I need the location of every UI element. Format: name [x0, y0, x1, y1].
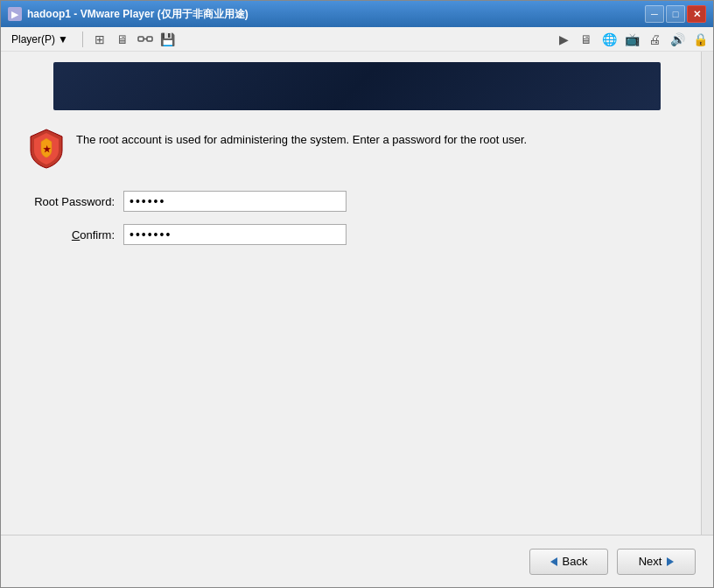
menu-bar: Player(P) ▼ ⊞ 🖥 💾 ▶ 🖥 🌐 📺 🖨 🔊 🔒	[1, 27, 713, 52]
toolbar-view-icon[interactable]: ⊞	[90, 30, 109, 49]
back-button[interactable]: Back	[529, 549, 608, 575]
toolbar-save-icon[interactable]: 💾	[158, 30, 178, 49]
confirm-label: Confirm:	[27, 228, 123, 242]
print-icon[interactable]: 🖨	[645, 30, 664, 49]
next-button-label: Next	[639, 555, 662, 568]
root-password-label-text: Root Password:	[34, 195, 115, 208]
player-menu-label: Player(P)	[11, 33, 55, 46]
close-button[interactable]: ✕	[687, 5, 706, 23]
button-bar: Back Next	[1, 535, 713, 587]
toolbar-monitor-icon[interactable]: 🖥	[113, 30, 132, 49]
confirm-label-text: Confirm:	[72, 228, 115, 242]
next-button[interactable]: Next	[617, 549, 696, 575]
confirm-password-row: Confirm:	[27, 224, 687, 245]
sound-icon[interactable]: 🔊	[668, 30, 687, 49]
menu-separator	[82, 32, 83, 47]
toolbar-network-icon[interactable]	[136, 30, 155, 49]
globe-icon[interactable]: 🌐	[599, 30, 619, 49]
back-button-label: Back	[563, 555, 588, 568]
vmware-window: ▶ hadoop1 - VMware Player (仅用于非商业用途) ─ □…	[0, 0, 714, 588]
title-bar-buttons: ─ □ ✕	[645, 5, 706, 23]
svg-rect-1	[147, 37, 152, 41]
monitor2-icon[interactable]: 🖥	[577, 30, 596, 49]
header-banner	[53, 62, 661, 110]
shield-icon: ★	[27, 128, 66, 170]
maximize-button[interactable]: □	[666, 5, 685, 23]
player-menu[interactable]: Player(P) ▼	[4, 31, 75, 48]
lock-icon[interactable]: 🔒	[690, 30, 710, 49]
root-password-row: Root Password:	[27, 191, 687, 212]
confirm-password-input[interactable]	[123, 224, 346, 245]
scrollbar[interactable]	[701, 52, 713, 587]
minimize-button[interactable]: ─	[645, 5, 664, 23]
app-icon: ▶	[8, 7, 22, 21]
svg-rect-0	[138, 37, 144, 41]
root-password-input[interactable]	[123, 191, 346, 212]
run-icon[interactable]: ▶	[554, 30, 573, 49]
right-toolbar: ▶ 🖥 🌐 📺 🖨 🔊 🔒	[554, 30, 710, 49]
header-description: The root account is used for administeri…	[76, 128, 527, 149]
header-section: ★ The root account is used for administe…	[27, 128, 687, 170]
svg-text:★: ★	[43, 144, 52, 154]
display-icon[interactable]: 📺	[622, 30, 641, 49]
player-menu-arrow: ▼	[58, 33, 68, 46]
window-title: hadoop1 - VMware Player (仅用于非商业用途)	[27, 7, 645, 22]
title-bar: ▶ hadoop1 - VMware Player (仅用于非商业用途) ─ □…	[1, 1, 713, 27]
next-arrow-icon	[667, 557, 674, 566]
back-arrow-icon	[550, 557, 557, 566]
root-password-label: Root Password:	[27, 195, 123, 208]
form-container: ★ The root account is used for administe…	[1, 128, 713, 245]
main-content: ★ The root account is used for administe…	[1, 52, 713, 587]
